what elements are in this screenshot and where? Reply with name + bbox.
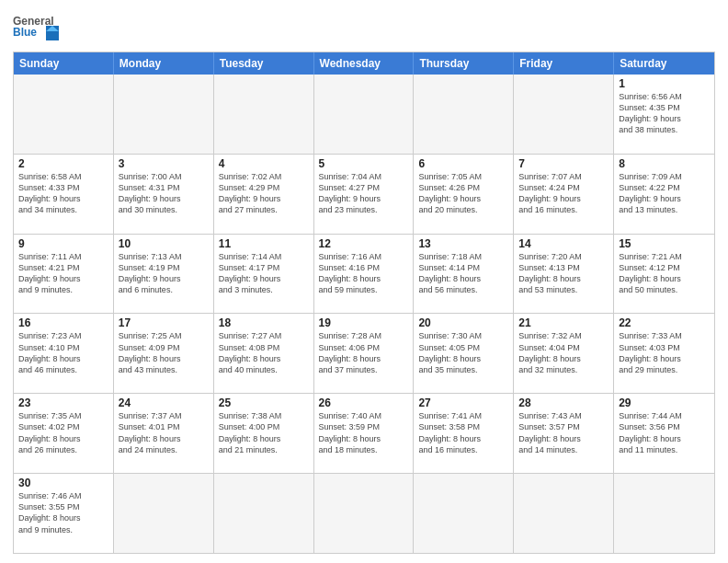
generalblue-logo-icon: GeneralBlue bbox=[13, 13, 61, 46]
calendar-row: 23Sunrise: 7:35 AM Sunset: 4:02 PM Dayli… bbox=[14, 393, 714, 473]
day-info: Sunrise: 7:09 AM Sunset: 4:22 PM Dayligh… bbox=[619, 171, 710, 216]
day-number: 14 bbox=[518, 237, 609, 250]
calendar-cell bbox=[214, 474, 314, 553]
day-info: Sunrise: 7:43 AM Sunset: 3:57 PM Dayligh… bbox=[518, 410, 609, 455]
day-header-monday: Monday bbox=[114, 52, 214, 75]
day-info: Sunrise: 7:05 AM Sunset: 4:26 PM Dayligh… bbox=[418, 171, 508, 216]
day-info: Sunrise: 6:58 AM Sunset: 4:33 PM Dayligh… bbox=[18, 171, 108, 216]
calendar-cell: 3Sunrise: 7:00 AM Sunset: 4:31 PM Daylig… bbox=[114, 155, 214, 234]
day-info: Sunrise: 7:30 AM Sunset: 4:05 PM Dayligh… bbox=[418, 330, 508, 375]
day-info: Sunrise: 7:23 AM Sunset: 4:10 PM Dayligh… bbox=[18, 330, 108, 375]
calendar-cell bbox=[114, 474, 214, 553]
calendar-cell: 18Sunrise: 7:27 AM Sunset: 4:08 PM Dayli… bbox=[214, 314, 314, 393]
calendar-cell: 22Sunrise: 7:33 AM Sunset: 4:03 PM Dayli… bbox=[614, 314, 714, 393]
calendar-cell: 28Sunrise: 7:43 AM Sunset: 3:57 PM Dayli… bbox=[514, 394, 614, 473]
day-number: 30 bbox=[18, 477, 108, 489]
calendar-cell: 24Sunrise: 7:37 AM Sunset: 4:01 PM Dayli… bbox=[114, 394, 214, 473]
calendar-cell: 19Sunrise: 7:28 AM Sunset: 4:06 PM Dayli… bbox=[314, 314, 415, 393]
calendar-cell: 16Sunrise: 7:23 AM Sunset: 4:10 PM Dayli… bbox=[14, 314, 114, 393]
day-info: Sunrise: 7:38 AM Sunset: 4:00 PM Dayligh… bbox=[219, 410, 309, 455]
day-number: 13 bbox=[418, 237, 508, 250]
calendar-cell: 15Sunrise: 7:21 AM Sunset: 4:12 PM Dayli… bbox=[614, 235, 714, 314]
calendar-cell bbox=[614, 474, 714, 553]
day-number: 6 bbox=[418, 157, 508, 170]
day-info: Sunrise: 7:25 AM Sunset: 4:09 PM Dayligh… bbox=[119, 330, 209, 375]
calendar-cell: 13Sunrise: 7:18 AM Sunset: 4:14 PM Dayli… bbox=[414, 235, 514, 314]
day-number: 1 bbox=[619, 77, 710, 90]
calendar-cell: 5Sunrise: 7:04 AM Sunset: 4:27 PM Daylig… bbox=[314, 155, 415, 234]
calendar-cell: 20Sunrise: 7:30 AM Sunset: 4:05 PM Dayli… bbox=[414, 314, 514, 393]
calendar-cell: 17Sunrise: 7:25 AM Sunset: 4:09 PM Dayli… bbox=[114, 314, 214, 393]
calendar-cell bbox=[514, 474, 614, 553]
calendar-cell: 12Sunrise: 7:16 AM Sunset: 4:16 PM Dayli… bbox=[314, 235, 415, 314]
day-info: Sunrise: 7:33 AM Sunset: 4:03 PM Dayligh… bbox=[619, 330, 710, 375]
day-info: Sunrise: 7:41 AM Sunset: 3:58 PM Dayligh… bbox=[418, 410, 508, 455]
calendar-body: 1Sunrise: 6:56 AM Sunset: 4:35 PM Daylig… bbox=[14, 75, 714, 553]
calendar-cell: 23Sunrise: 7:35 AM Sunset: 4:02 PM Dayli… bbox=[14, 394, 114, 473]
calendar-cell: 6Sunrise: 7:05 AM Sunset: 4:26 PM Daylig… bbox=[414, 155, 514, 234]
day-number: 15 bbox=[619, 237, 710, 250]
day-info: Sunrise: 7:27 AM Sunset: 4:08 PM Dayligh… bbox=[219, 330, 309, 375]
day-info: Sunrise: 6:56 AM Sunset: 4:35 PM Dayligh… bbox=[619, 91, 710, 136]
day-number: 20 bbox=[418, 316, 508, 329]
page: GeneralBlue SundayMondayTuesdayWednesday… bbox=[0, 0, 728, 563]
day-number: 12 bbox=[319, 237, 409, 250]
day-number: 23 bbox=[18, 396, 108, 409]
day-info: Sunrise: 7:20 AM Sunset: 4:13 PM Dayligh… bbox=[518, 251, 609, 296]
calendar-row: 9Sunrise: 7:11 AM Sunset: 4:21 PM Daylig… bbox=[14, 234, 714, 314]
calendar-cell: 8Sunrise: 7:09 AM Sunset: 4:22 PM Daylig… bbox=[614, 155, 714, 234]
calendar-cell: 30Sunrise: 7:46 AM Sunset: 3:55 PM Dayli… bbox=[14, 474, 114, 553]
day-info: Sunrise: 7:13 AM Sunset: 4:19 PM Dayligh… bbox=[119, 251, 209, 296]
day-info: Sunrise: 7:11 AM Sunset: 4:21 PM Dayligh… bbox=[18, 251, 108, 296]
header: GeneralBlue bbox=[13, 9, 715, 46]
day-info: Sunrise: 7:14 AM Sunset: 4:17 PM Dayligh… bbox=[219, 251, 309, 296]
logo: GeneralBlue bbox=[13, 9, 61, 46]
day-number: 21 bbox=[518, 316, 609, 329]
calendar-cell: 9Sunrise: 7:11 AM Sunset: 4:21 PM Daylig… bbox=[14, 235, 114, 314]
calendar: SundayMondayTuesdayWednesdayThursdayFrid… bbox=[13, 52, 715, 554]
day-header-saturday: Saturday bbox=[614, 52, 714, 75]
day-info: Sunrise: 7:35 AM Sunset: 4:02 PM Dayligh… bbox=[18, 410, 108, 455]
day-info: Sunrise: 7:00 AM Sunset: 4:31 PM Dayligh… bbox=[119, 171, 209, 216]
day-number: 17 bbox=[119, 316, 209, 329]
day-number: 26 bbox=[319, 396, 409, 409]
day-number: 24 bbox=[119, 396, 209, 409]
day-number: 5 bbox=[319, 157, 409, 170]
calendar-cell: 4Sunrise: 7:02 AM Sunset: 4:29 PM Daylig… bbox=[214, 155, 314, 234]
day-header-wednesday: Wednesday bbox=[314, 52, 415, 75]
day-number: 28 bbox=[518, 396, 609, 409]
day-header-friday: Friday bbox=[514, 52, 614, 75]
day-number: 10 bbox=[119, 237, 209, 250]
day-number: 25 bbox=[219, 396, 309, 409]
day-number: 27 bbox=[418, 396, 508, 409]
day-info: Sunrise: 7:07 AM Sunset: 4:24 PM Dayligh… bbox=[518, 171, 609, 216]
day-header-thursday: Thursday bbox=[414, 52, 514, 75]
day-number: 22 bbox=[619, 316, 710, 329]
day-number: 2 bbox=[18, 157, 108, 170]
calendar-cell: 21Sunrise: 7:32 AM Sunset: 4:04 PM Dayli… bbox=[514, 314, 614, 393]
day-info: Sunrise: 7:16 AM Sunset: 4:16 PM Dayligh… bbox=[319, 251, 409, 296]
calendar-cell: 14Sunrise: 7:20 AM Sunset: 4:13 PM Dayli… bbox=[514, 235, 614, 314]
day-number: 18 bbox=[219, 316, 309, 329]
svg-text:Blue: Blue bbox=[13, 26, 37, 39]
calendar-cell: 10Sunrise: 7:13 AM Sunset: 4:19 PM Dayli… bbox=[114, 235, 214, 314]
calendar-cell bbox=[414, 75, 514, 154]
calendar-row: 1Sunrise: 6:56 AM Sunset: 4:35 PM Daylig… bbox=[14, 75, 714, 154]
day-info: Sunrise: 7:44 AM Sunset: 3:56 PM Dayligh… bbox=[619, 410, 710, 455]
calendar-cell: 29Sunrise: 7:44 AM Sunset: 3:56 PM Dayli… bbox=[614, 394, 714, 473]
calendar-cell: 26Sunrise: 7:40 AM Sunset: 3:59 PM Dayli… bbox=[314, 394, 415, 473]
day-info: Sunrise: 7:46 AM Sunset: 3:55 PM Dayligh… bbox=[18, 490, 108, 535]
day-number: 29 bbox=[619, 396, 710, 409]
day-number: 9 bbox=[18, 237, 108, 250]
calendar-cell: 25Sunrise: 7:38 AM Sunset: 4:00 PM Dayli… bbox=[214, 394, 314, 473]
calendar-cell: 11Sunrise: 7:14 AM Sunset: 4:17 PM Dayli… bbox=[214, 235, 314, 314]
day-info: Sunrise: 7:40 AM Sunset: 3:59 PM Dayligh… bbox=[319, 410, 409, 455]
day-info: Sunrise: 7:04 AM Sunset: 4:27 PM Dayligh… bbox=[319, 171, 409, 216]
day-info: Sunrise: 7:37 AM Sunset: 4:01 PM Dayligh… bbox=[119, 410, 209, 455]
calendar-cell bbox=[214, 75, 314, 154]
day-number: 16 bbox=[18, 316, 108, 329]
calendar-cell bbox=[314, 75, 415, 154]
calendar-header-row: SundayMondayTuesdayWednesdayThursdayFrid… bbox=[14, 52, 714, 75]
day-number: 4 bbox=[219, 157, 309, 170]
day-number: 3 bbox=[119, 157, 209, 170]
